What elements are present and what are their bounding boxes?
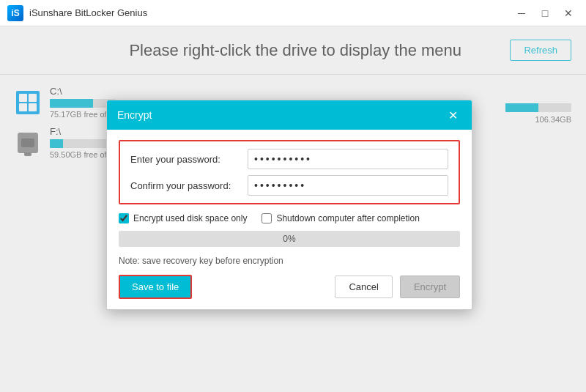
confirm-label: Confirm your password: [130, 180, 248, 191]
confirm-input[interactable] [248, 175, 448, 196]
shutdown-label: Shutdown computer after completion [276, 213, 419, 223]
modal-header: Encrypt ✕ [107, 100, 472, 130]
shutdown-checkbox[interactable] [262, 213, 272, 223]
note-text: Note: save recovery key before encryptio… [119, 256, 460, 266]
action-buttons: Save to file Cancel Encrypt [119, 275, 460, 299]
encrypt-disk-option[interactable]: Encrypt used disk space only [119, 213, 247, 223]
window-close-button[interactable]: ✕ [558, 5, 579, 21]
app-icon: iS [7, 5, 23, 21]
confirm-row: Confirm your password: [130, 175, 448, 196]
password-row: Enter your password: [130, 149, 448, 169]
password-input[interactable] [248, 149, 448, 169]
title-bar-controls: ─ □ ✕ [511, 5, 579, 21]
modal-close-button[interactable]: ✕ [444, 106, 461, 124]
encrypt-disk-label: Encrypt used disk space only [133, 213, 247, 223]
maximize-button[interactable]: □ [535, 5, 555, 21]
progress-bar-container: 0% [119, 231, 460, 247]
password-label: Enter your password: [130, 154, 248, 165]
encrypt-disk-checkbox[interactable] [119, 213, 129, 223]
encrypt-button[interactable]: Encrypt [400, 275, 460, 298]
save-to-file-button[interactable]: Save to file [119, 275, 192, 299]
modal-title: Encrypt [117, 109, 152, 121]
encrypt-modal: Encrypt ✕ Enter your password: Confirm y… [106, 100, 472, 310]
cancel-button[interactable]: Cancel [335, 275, 392, 298]
main-content: Please right-click the drive to display … [0, 26, 586, 392]
options-row: Encrypt used disk space only Shutdown co… [119, 213, 460, 223]
progress-text: 0% [283, 234, 295, 244]
shutdown-option[interactable]: Shutdown computer after completion [262, 213, 419, 223]
title-bar-left: iS iSunshare BitLocker Genius [7, 5, 147, 21]
title-bar: iS iSunshare BitLocker Genius ─ □ ✕ [0, 0, 586, 26]
minimize-button[interactable]: ─ [511, 5, 532, 21]
app-title: iSunshare BitLocker Genius [29, 7, 147, 18]
password-section: Enter your password: Confirm your passwo… [119, 140, 460, 204]
modal-body: Enter your password: Confirm your passwo… [107, 130, 472, 309]
